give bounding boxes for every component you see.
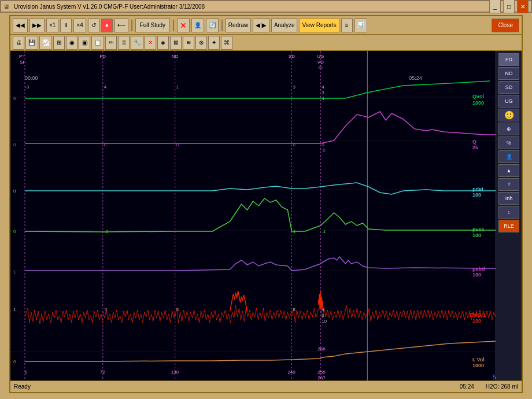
- cmd-btn[interactable]: ⌘: [221, 36, 232, 50]
- svg-text:3: 3: [322, 90, 324, 95]
- person-btn[interactable]: 👤: [191, 19, 204, 32]
- chart-svg: P= SI FD ND SD UG VD FI 00:00 05:24 -3 4…: [10, 51, 496, 380]
- diamond-btn[interactable]: ◈: [157, 36, 169, 50]
- face-btn[interactable]: 🙂: [498, 109, 519, 121]
- maximize-btn[interactable]: □: [503, 0, 515, 13]
- close-main-btn[interactable]: Close: [492, 19, 519, 32]
- svg-text:00:00: 00:00: [25, 75, 38, 81]
- menu-btn[interactable]: ≡: [341, 19, 353, 32]
- rotate-btn[interactable]: ↺: [88, 19, 99, 32]
- chart-area: P= SI FD ND SD UG VD FI 00:00 05:24 -3 4…: [10, 51, 496, 380]
- svg-text:255: 255: [317, 370, 326, 375]
- triangle-btn[interactable]: ▲: [498, 164, 519, 177]
- person-icon-btn[interactable]: 👤: [498, 150, 519, 163]
- zoom4-btn[interactable]: ×4: [73, 19, 86, 32]
- grid-btn[interactable]: ⊞: [53, 36, 65, 50]
- zoom1-btn[interactable]: ×1: [46, 19, 58, 32]
- refresh-btn[interactable]: 🔄: [206, 19, 219, 32]
- chart-icon-btn[interactable]: 📊: [354, 19, 367, 32]
- svg-text:-3: -3: [25, 84, 29, 90]
- divider3: [221, 20, 223, 31]
- svg-text:I. Vol: I. Vol: [472, 357, 485, 363]
- rle-btn[interactable]: RLE: [498, 220, 519, 232]
- svg-text:5: 5: [105, 307, 108, 312]
- svg-text:100: 100: [472, 272, 481, 278]
- star-btn[interactable]: ✦: [208, 36, 220, 50]
- svg-text:4: 4: [104, 84, 107, 90]
- svg-text:1000: 1000: [472, 363, 484, 368]
- checkbox-btn[interactable]: ⊠: [170, 36, 182, 50]
- circlex-btn[interactable]: ⊗: [195, 36, 207, 50]
- svg-text:0: 0: [13, 359, 16, 364]
- svg-text:25: 25: [472, 145, 478, 150]
- status-text: Ready: [14, 383, 31, 390]
- cross-btn[interactable]: ✕: [145, 36, 156, 50]
- split-btn[interactable]: ◀|▶: [253, 19, 269, 32]
- close-window-btn[interactable]: ✕: [517, 0, 529, 13]
- delete-btn[interactable]: ✕: [177, 19, 190, 32]
- filter-btn[interactable]: ⧖: [118, 36, 130, 50]
- full-study-btn[interactable]: Full Study: [135, 19, 170, 32]
- main-window: ◀◀ ▶▶ ×1 ⏸ ×4 ↺ ● ⟵ Full Study ✕ 👤 🔄 Red…: [9, 15, 523, 393]
- svg-text:4: 4: [322, 307, 324, 312]
- window-title: Urovision Janus System V v1.26.0 CMG/P-F…: [14, 3, 205, 10]
- svg-text:0: 0: [13, 229, 16, 234]
- line-chart-btn[interactable]: 📈: [39, 36, 52, 50]
- svg-text:P=: P=: [19, 54, 25, 59]
- svg-text:-1: -1: [291, 229, 296, 234]
- svg-text:-1: -1: [322, 229, 326, 234]
- svg-text:100: 100: [472, 318, 481, 324]
- svg-text:UG: UG: [317, 54, 324, 59]
- svg-text:EMG 1: EMG 1: [470, 312, 486, 318]
- minimize-btn[interactable]: _: [489, 0, 501, 13]
- svg-text:1: 1: [13, 307, 16, 312]
- back-btn[interactable]: ⟵: [114, 19, 128, 32]
- svg-text:FI: FI: [319, 65, 323, 71]
- svg-rect-0: [10, 51, 496, 380]
- fd-btn[interactable]: FD: [498, 53, 519, 66]
- forward-btn[interactable]: ▶▶: [29, 19, 45, 32]
- svg-text:0: 0: [13, 189, 16, 194]
- block-btn[interactable]: ▣: [79, 36, 90, 50]
- svg-text:8: 8: [293, 307, 295, 312]
- svg-text:240: 240: [287, 370, 295, 375]
- record-btn[interactable]: ●: [101, 19, 113, 32]
- wave-btn[interactable]: ≋: [183, 36, 194, 50]
- svg-text:pabd: pabd: [472, 266, 485, 272]
- help-btn[interactable]: ?: [498, 178, 519, 191]
- circle-btn[interactable]: ◉: [66, 36, 77, 50]
- svg-text:3: 3: [322, 313, 324, 318]
- svg-text:Qvol: Qvol: [472, 94, 484, 99]
- svg-text:3: 3: [293, 84, 295, 90]
- wrench-btn[interactable]: 🔧: [131, 36, 143, 50]
- view-reports-btn[interactable]: View Reports: [299, 19, 339, 32]
- svg-text:100: 100: [472, 232, 481, 238]
- right-sidebar: FD ND SD UG 🙂 ⊕ % 👤 ▲ ? Inh ↕ RLE: [496, 51, 522, 380]
- clipboard-btn[interactable]: 📋: [91, 36, 104, 50]
- inh-btn[interactable]: Inh: [498, 192, 519, 205]
- percent-btn[interactable]: %: [498, 136, 519, 149]
- status-bar: Ready 05:24 H2O: 268 ml: [10, 380, 522, 392]
- svg-text:ND: ND: [172, 54, 179, 59]
- divider2: [173, 20, 174, 31]
- print-btn[interactable]: 🖨: [13, 36, 24, 50]
- svg-text:FD: FD: [99, 54, 106, 59]
- analyze-btn[interactable]: Analyze: [271, 19, 298, 32]
- title-bar-text: 🖥 Urovision Janus System V v1.26.0 CMG/P…: [3, 3, 205, 10]
- svg-text:100: 100: [472, 192, 481, 198]
- sd-btn[interactable]: SD: [498, 81, 519, 94]
- pencil-btn[interactable]: ✏: [105, 36, 117, 50]
- save-btn[interactable]: 💾: [25, 36, 38, 50]
- rewind-btn[interactable]: ◀◀: [13, 19, 28, 32]
- nd-btn[interactable]: ND: [498, 67, 519, 80]
- svg-text:1: 1: [13, 269, 16, 275]
- svg-text:72: 72: [100, 370, 105, 375]
- ug-btn[interactable]: UG: [498, 95, 519, 108]
- svg-text:pves: pves: [472, 227, 484, 232]
- pause-btn[interactable]: ⏸: [60, 19, 72, 32]
- plus-circle-btn[interactable]: ⊕: [498, 123, 519, 135]
- toolbar2: 🖨 💾 📈 ⊞ ◉ ▣ 📋 ✏ ⧖ 🔧 ✕ ◈ ⊠ ≋ ⊗ ✦ ⌘: [10, 35, 522, 51]
- redraw-btn[interactable]: Redraw: [226, 19, 251, 32]
- updown-btn[interactable]: ↕: [498, 206, 519, 219]
- svg-text:0: 0: [323, 148, 326, 153]
